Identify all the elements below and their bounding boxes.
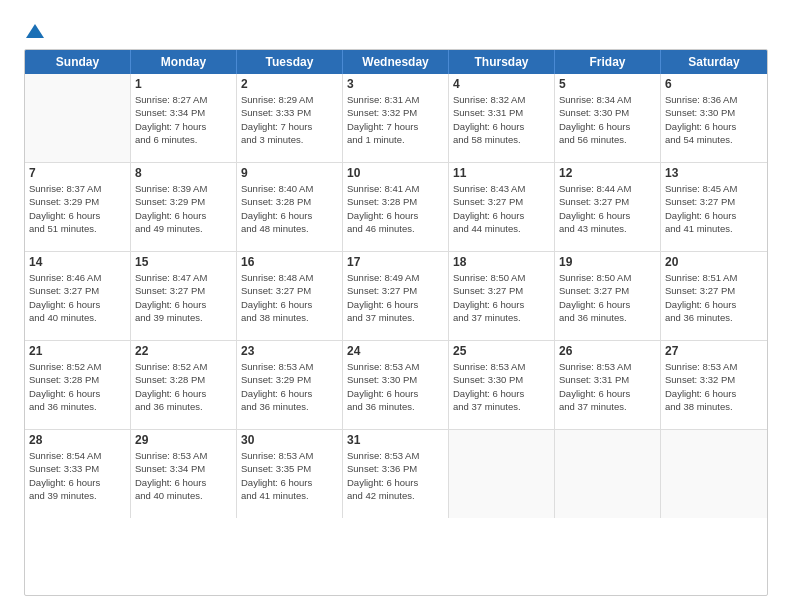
day-info: Sunrise: 8:53 AM Sunset: 3:35 PM Dayligh… [241,449,338,502]
calendar-cell: 8Sunrise: 8:39 AM Sunset: 3:29 PM Daylig… [131,163,237,251]
day-info: Sunrise: 8:52 AM Sunset: 3:28 PM Dayligh… [29,360,126,413]
header [24,20,768,39]
calendar-cell: 15Sunrise: 8:47 AM Sunset: 3:27 PM Dayli… [131,252,237,340]
day-info: Sunrise: 8:53 AM Sunset: 3:34 PM Dayligh… [135,449,232,502]
calendar-cell: 4Sunrise: 8:32 AM Sunset: 3:31 PM Daylig… [449,74,555,162]
day-number: 2 [241,77,338,91]
logo [24,20,46,39]
day-number: 13 [665,166,763,180]
calendar-week-5: 28Sunrise: 8:54 AM Sunset: 3:33 PM Dayli… [25,430,767,518]
header-day-monday: Monday [131,50,237,74]
calendar-cell: 6Sunrise: 8:36 AM Sunset: 3:30 PM Daylig… [661,74,767,162]
day-number: 30 [241,433,338,447]
day-number: 27 [665,344,763,358]
day-number: 14 [29,255,126,269]
calendar-cell: 28Sunrise: 8:54 AM Sunset: 3:33 PM Dayli… [25,430,131,518]
day-info: Sunrise: 8:53 AM Sunset: 3:36 PM Dayligh… [347,449,444,502]
day-info: Sunrise: 8:50 AM Sunset: 3:27 PM Dayligh… [559,271,656,324]
header-day-saturday: Saturday [661,50,767,74]
day-number: 15 [135,255,232,269]
day-number: 20 [665,255,763,269]
day-info: Sunrise: 8:49 AM Sunset: 3:27 PM Dayligh… [347,271,444,324]
calendar-header: SundayMondayTuesdayWednesdayThursdayFrid… [25,50,767,74]
day-info: Sunrise: 8:53 AM Sunset: 3:30 PM Dayligh… [453,360,550,413]
day-number: 16 [241,255,338,269]
calendar-body: 1Sunrise: 8:27 AM Sunset: 3:34 PM Daylig… [25,74,767,518]
day-info: Sunrise: 8:53 AM Sunset: 3:32 PM Dayligh… [665,360,763,413]
calendar-cell: 16Sunrise: 8:48 AM Sunset: 3:27 PM Dayli… [237,252,343,340]
calendar-cell: 9Sunrise: 8:40 AM Sunset: 3:28 PM Daylig… [237,163,343,251]
calendar-week-1: 1Sunrise: 8:27 AM Sunset: 3:34 PM Daylig… [25,74,767,163]
day-number: 9 [241,166,338,180]
calendar-cell: 11Sunrise: 8:43 AM Sunset: 3:27 PM Dayli… [449,163,555,251]
logo-icon [24,20,46,42]
day-info: Sunrise: 8:39 AM Sunset: 3:29 PM Dayligh… [135,182,232,235]
calendar-cell: 10Sunrise: 8:41 AM Sunset: 3:28 PM Dayli… [343,163,449,251]
day-number: 5 [559,77,656,91]
calendar-cell: 12Sunrise: 8:44 AM Sunset: 3:27 PM Dayli… [555,163,661,251]
day-info: Sunrise: 8:53 AM Sunset: 3:31 PM Dayligh… [559,360,656,413]
day-info: Sunrise: 8:45 AM Sunset: 3:27 PM Dayligh… [665,182,763,235]
calendar-cell [449,430,555,518]
calendar-cell: 31Sunrise: 8:53 AM Sunset: 3:36 PM Dayli… [343,430,449,518]
day-info: Sunrise: 8:34 AM Sunset: 3:30 PM Dayligh… [559,93,656,146]
calendar-cell: 23Sunrise: 8:53 AM Sunset: 3:29 PM Dayli… [237,341,343,429]
calendar-cell: 26Sunrise: 8:53 AM Sunset: 3:31 PM Dayli… [555,341,661,429]
day-info: Sunrise: 8:46 AM Sunset: 3:27 PM Dayligh… [29,271,126,324]
calendar-cell: 7Sunrise: 8:37 AM Sunset: 3:29 PM Daylig… [25,163,131,251]
day-number: 4 [453,77,550,91]
day-number: 12 [559,166,656,180]
day-info: Sunrise: 8:27 AM Sunset: 3:34 PM Dayligh… [135,93,232,146]
day-info: Sunrise: 8:32 AM Sunset: 3:31 PM Dayligh… [453,93,550,146]
day-number: 11 [453,166,550,180]
calendar-cell: 22Sunrise: 8:52 AM Sunset: 3:28 PM Dayli… [131,341,237,429]
day-number: 25 [453,344,550,358]
calendar-cell: 21Sunrise: 8:52 AM Sunset: 3:28 PM Dayli… [25,341,131,429]
header-day-friday: Friday [555,50,661,74]
day-info: Sunrise: 8:47 AM Sunset: 3:27 PM Dayligh… [135,271,232,324]
day-number: 26 [559,344,656,358]
header-day-sunday: Sunday [25,50,131,74]
day-number: 7 [29,166,126,180]
day-number: 19 [559,255,656,269]
day-info: Sunrise: 8:52 AM Sunset: 3:28 PM Dayligh… [135,360,232,413]
day-number: 23 [241,344,338,358]
calendar-cell: 14Sunrise: 8:46 AM Sunset: 3:27 PM Dayli… [25,252,131,340]
calendar-cell: 30Sunrise: 8:53 AM Sunset: 3:35 PM Dayli… [237,430,343,518]
calendar-cell: 18Sunrise: 8:50 AM Sunset: 3:27 PM Dayli… [449,252,555,340]
day-info: Sunrise: 8:43 AM Sunset: 3:27 PM Dayligh… [453,182,550,235]
calendar-cell: 19Sunrise: 8:50 AM Sunset: 3:27 PM Dayli… [555,252,661,340]
calendar-cell [25,74,131,162]
day-info: Sunrise: 8:44 AM Sunset: 3:27 PM Dayligh… [559,182,656,235]
svg-marker-0 [26,24,44,38]
day-info: Sunrise: 8:50 AM Sunset: 3:27 PM Dayligh… [453,271,550,324]
calendar-cell: 20Sunrise: 8:51 AM Sunset: 3:27 PM Dayli… [661,252,767,340]
day-number: 18 [453,255,550,269]
day-number: 22 [135,344,232,358]
calendar-week-2: 7Sunrise: 8:37 AM Sunset: 3:29 PM Daylig… [25,163,767,252]
day-number: 1 [135,77,232,91]
header-day-tuesday: Tuesday [237,50,343,74]
calendar-cell: 27Sunrise: 8:53 AM Sunset: 3:32 PM Dayli… [661,341,767,429]
day-info: Sunrise: 8:29 AM Sunset: 3:33 PM Dayligh… [241,93,338,146]
day-info: Sunrise: 8:53 AM Sunset: 3:30 PM Dayligh… [347,360,444,413]
day-number: 29 [135,433,232,447]
calendar-cell: 5Sunrise: 8:34 AM Sunset: 3:30 PM Daylig… [555,74,661,162]
day-info: Sunrise: 8:40 AM Sunset: 3:28 PM Dayligh… [241,182,338,235]
calendar-cell: 13Sunrise: 8:45 AM Sunset: 3:27 PM Dayli… [661,163,767,251]
day-number: 21 [29,344,126,358]
day-info: Sunrise: 8:41 AM Sunset: 3:28 PM Dayligh… [347,182,444,235]
calendar-cell [555,430,661,518]
day-info: Sunrise: 8:37 AM Sunset: 3:29 PM Dayligh… [29,182,126,235]
day-number: 17 [347,255,444,269]
day-number: 10 [347,166,444,180]
header-day-thursday: Thursday [449,50,555,74]
day-number: 24 [347,344,444,358]
day-number: 6 [665,77,763,91]
page: SundayMondayTuesdayWednesdayThursdayFrid… [0,0,792,612]
calendar-cell: 29Sunrise: 8:53 AM Sunset: 3:34 PM Dayli… [131,430,237,518]
day-info: Sunrise: 8:53 AM Sunset: 3:29 PM Dayligh… [241,360,338,413]
calendar-cell: 3Sunrise: 8:31 AM Sunset: 3:32 PM Daylig… [343,74,449,162]
calendar-cell: 1Sunrise: 8:27 AM Sunset: 3:34 PM Daylig… [131,74,237,162]
calendar-cell: 25Sunrise: 8:53 AM Sunset: 3:30 PM Dayli… [449,341,555,429]
